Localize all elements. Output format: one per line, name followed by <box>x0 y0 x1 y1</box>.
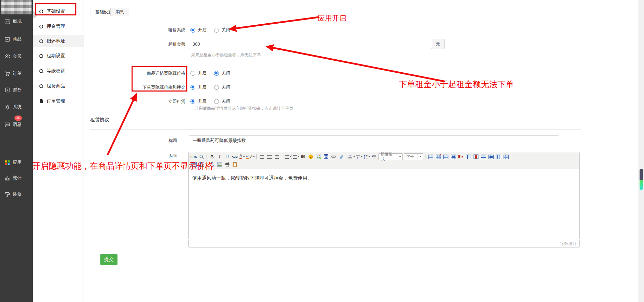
align-center-icon[interactable] <box>265 153 273 160</box>
anchor-icon[interactable] <box>208 160 216 168</box>
cell-props-icon[interactable] <box>449 153 457 160</box>
sidebar-item-decorate[interactable]: 装修 <box>0 191 33 198</box>
radio-option-label[interactable]: 关闭 <box>222 98 230 104</box>
emoji-icon[interactable] <box>307 153 314 160</box>
hide-price-order-on-radio[interactable] <box>190 85 195 90</box>
sidebar-item-overview[interactable]: 概况 <box>0 18 33 25</box>
rent-now-on-radio[interactable] <box>190 99 195 104</box>
source-code-icon[interactable]: HTML <box>190 153 198 160</box>
sidebar-item-label: 会员 <box>13 53 22 59</box>
highlight-icon[interactable]: ab <box>246 153 255 160</box>
hide-price-order-off-radio[interactable] <box>214 85 219 90</box>
align-right-icon[interactable] <box>273 153 281 160</box>
merge-cells-icon[interactable] <box>457 153 465 160</box>
indent-icon[interactable] <box>370 153 378 160</box>
hide-price-detail-label: 商品详情页隐藏价格 <box>103 71 185 76</box>
sidebar-item-messages[interactable]: 消息 <box>0 121 33 128</box>
radio-option-label[interactable]: 开启 <box>198 27 207 33</box>
delete-table-icon[interactable] <box>434 153 442 160</box>
sidebar-item-apps[interactable]: 应用 <box>0 159 33 166</box>
strikethrough-icon[interactable]: ABC <box>231 153 238 160</box>
sidebar-item-orders[interactable]: 订单 <box>0 70 33 77</box>
radio-option-label[interactable]: 关闭 <box>222 27 230 33</box>
editor-content-area[interactable]: 使用通风药一瓶，尿酸指数下降即可退押金，免费使用。 <box>189 169 579 239</box>
hide-price-detail-off-radio[interactable] <box>214 71 219 76</box>
rent-system-off-radio[interactable] <box>214 28 219 33</box>
unordered-list-icon[interactable] <box>292 153 299 160</box>
underline-icon[interactable]: U <box>223 153 231 160</box>
agreement-title-input[interactable] <box>189 135 559 145</box>
radio-option-label[interactable]: 开启 <box>198 98 207 104</box>
sidebar-item-label: 商品 <box>13 36 22 42</box>
italic-icon[interactable]: I <box>216 153 223 160</box>
editor-toolbar: HTML B I U ABC A ab 66 <box>189 152 579 169</box>
toolbar-separator <box>207 161 207 167</box>
toolbar-separator <box>346 154 346 159</box>
insert-row-icon[interactable] <box>472 153 480 160</box>
insert-rows-icon[interactable] <box>190 160 198 168</box>
align-left-icon[interactable] <box>258 153 265 160</box>
sidebar-item-system[interactable]: 系统 <box>0 103 33 111</box>
insert-col-icon[interactable] <box>480 153 487 160</box>
radio-option-label[interactable]: 开启 <box>198 84 207 90</box>
insert-table-icon[interactable] <box>427 153 434 160</box>
insert-cols-icon[interactable] <box>198 160 205 168</box>
submenu-item-deposit[interactable]: 押金管理 <box>33 21 84 32</box>
tab-messages[interactable]: 消息 <box>110 8 129 16</box>
main-sidebar: 概况 商品 会员 订单 ¥ 财务 系统 消息 应用 <box>0 0 33 302</box>
scrollbar-track[interactable] <box>638 0 644 302</box>
radio-option-label[interactable]: 关闭 <box>222 84 230 90</box>
scroll-position-indicator[interactable] <box>639 168 643 190</box>
submenu-item-return-address[interactable]: 归还地址 <box>33 35 84 47</box>
insert-image-icon[interactable] <box>314 153 322 160</box>
rent-now-off-radio[interactable] <box>214 99 219 104</box>
delete-row-icon[interactable] <box>487 153 495 160</box>
insert-media-icon[interactable] <box>322 153 330 160</box>
split-cells-icon[interactable] <box>465 153 472 160</box>
radio-option-label[interactable]: 关闭 <box>222 70 230 76</box>
preview-icon[interactable] <box>198 153 205 160</box>
submenu-item-label: 租期设置 <box>47 53 65 59</box>
word-count-label[interactable]: 字数统计 <box>560 241 577 246</box>
delete-col-icon[interactable] <box>495 153 502 160</box>
submenu-item-label: 订单管理 <box>47 98 65 104</box>
print-icon[interactable] <box>223 160 231 168</box>
sidebar-item-goods[interactable]: 商品 <box>0 35 33 43</box>
eraser-icon[interactable] <box>337 153 345 160</box>
paste-icon[interactable] <box>231 160 238 168</box>
blockquote-icon[interactable]: 66 <box>299 153 307 160</box>
min-rent-input[interactable] <box>189 39 432 49</box>
rent-system-radio-group: 开启 关闭 <box>190 27 235 33</box>
hide-price-detail-on-radio[interactable] <box>190 71 195 76</box>
font-color-icon[interactable]: A <box>238 153 246 160</box>
table-props-icon[interactable] <box>442 153 449 160</box>
space-above-icon[interactable] <box>348 153 355 160</box>
rent-system-on-radio[interactable] <box>190 28 195 33</box>
space-below-icon[interactable] <box>355 153 363 160</box>
min-rent-label: 起租金额 <box>103 41 185 47</box>
submenu-item-level-benefits[interactable]: 等级权益 <box>33 65 84 77</box>
editor-statusbar: 字数统计 <box>188 240 580 247</box>
sidebar-item-label: 财务 <box>13 87 22 93</box>
submit-button[interactable]: 提交 <box>100 254 117 265</box>
bold-icon[interactable]: B <box>208 153 216 160</box>
line-height-icon[interactable] <box>363 153 370 160</box>
submenu-item-rental-goods[interactable]: 租赁商品 <box>33 80 84 92</box>
agreement-content-label: 内容 <box>103 154 177 159</box>
paragraph-format-select[interactable]: 段落格式 <box>379 153 402 160</box>
system-icon <box>4 104 10 110</box>
font-size-select[interactable]: 字号 <box>404 153 423 160</box>
sidebar-item-stats[interactable]: 统计 <box>0 174 33 182</box>
sidebar-item-finance[interactable]: ¥ 财务 <box>0 86 33 94</box>
insert-link-icon[interactable] <box>330 153 337 160</box>
image-map-icon[interactable] <box>216 160 223 168</box>
table-grid-icon[interactable] <box>502 153 510 160</box>
submenu-item-lease-term[interactable]: 租期设置 <box>33 50 84 62</box>
hide-price-detail-radio-group: 开启 关闭 <box>190 70 235 76</box>
submenu-item-order-management[interactable]: 订单管理 <box>33 95 84 107</box>
sidebar-item-members[interactable]: 会员 <box>0 52 33 60</box>
submenu-item-basic-settings[interactable]: 基础设置 <box>33 5 84 17</box>
ordered-list-icon[interactable] <box>284 153 292 160</box>
circle-icon <box>39 24 44 29</box>
radio-option-label[interactable]: 开启 <box>198 70 207 76</box>
